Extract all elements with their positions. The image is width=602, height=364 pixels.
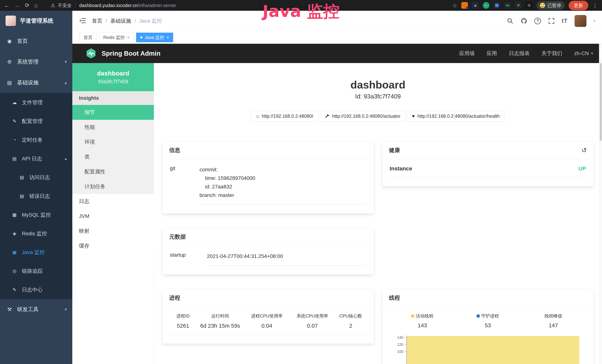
bookmark-star-icon[interactable]: ☆	[452, 2, 457, 9]
metadata-value: 2021-04-27T00:44:31.254+08:00	[207, 252, 366, 266]
sba-item-metrics[interactable]: 性能	[72, 120, 154, 135]
annotation-text: Java 监控	[263, 0, 340, 22]
doc-icon: ▤	[19, 193, 25, 199]
update-button[interactable]: 更新	[569, 1, 588, 10]
sidebar-item-api-log[interactable]: ▤ API 日志 ▴	[0, 149, 72, 168]
sidebar-item-label: Java 监控	[22, 249, 45, 256]
breadcrumb-infrastructure[interactable]: 基础设施	[110, 17, 131, 24]
home-icon[interactable]: ⌂	[34, 3, 38, 8]
app-logo[interactable]: 芋道管理系统	[0, 11, 72, 31]
y-tick-dash	[405, 351, 406, 352]
legend-swatch-blue	[477, 314, 480, 317]
sidebar-item-label: 首页	[17, 37, 28, 45]
cpu-cores: 2	[335, 323, 366, 329]
sidebar-item-redis-monitor[interactable]: ◈ Redis 监控	[0, 224, 72, 243]
actuator-url-link[interactable]: http://192.168.0.2:48080/actuator	[320, 111, 406, 122]
sidebar-item-dev-tools[interactable]: ⚒ 研发工具 ▾	[0, 299, 72, 320]
sba-main: dashboard Id: 93a3fc7f7409 ⌂ http://192.…	[154, 63, 602, 364]
avatar-caret-icon[interactable]: ▾	[593, 19, 595, 23]
sidebar-item-label: Redis 监控	[22, 230, 47, 237]
tab-label: 首页	[84, 34, 93, 40]
sba-item-configprops[interactable]: 配置属性	[72, 164, 154, 179]
sba-item-logs[interactable]: 日志	[72, 194, 154, 209]
sba-item-caches[interactable]: 缓存	[72, 238, 154, 253]
extension-icon[interactable]: ✓	[483, 2, 489, 9]
sidebar-item-java-monitor[interactable]: ▣ Java 监控	[0, 243, 72, 262]
tab-redis-monitor[interactable]: Redis 监控 ×	[99, 33, 134, 42]
browser-menu-icon[interactable]: ⋮	[592, 2, 598, 9]
sba-instance-header[interactable]: dashboard 93a3fc7f7409	[72, 63, 154, 91]
sidebar-item-error-log[interactable]: ▤ 错误日志	[0, 187, 72, 205]
sba-nav-about[interactable]: 关于我们	[542, 50, 562, 57]
close-icon[interactable]: ×	[127, 35, 129, 40]
close-icon[interactable]: ×	[166, 35, 169, 40]
service-url-link[interactable]: ⌂ http://192.168.0.2:48080/	[251, 111, 318, 122]
screen: ← → ⟳ ⌂ ⚠ 不安全 dashboard.yudao.iocoder.cn…	[0, 0, 602, 364]
sba-item-details[interactable]: 细节	[72, 105, 154, 120]
extension-icon[interactable]	[494, 2, 500, 9]
sba-group-insights[interactable]: Insights	[72, 91, 154, 105]
health-url-link[interactable]: ♥ http://192.168.0.2:48080/actuator/heal…	[407, 111, 505, 122]
sidebar-item-home[interactable]: ◉ 首页	[0, 31, 72, 52]
user-avatar[interactable]	[575, 15, 586, 27]
info-key: git	[170, 165, 200, 204]
sba-item-beans[interactable]: 类	[72, 150, 154, 164]
sba-nav-wallboard[interactable]: 应用墙	[459, 50, 475, 57]
sidebar-fold-icon[interactable]	[79, 17, 86, 25]
search-icon[interactable]	[507, 18, 514, 24]
sidebar-item-file-manage[interactable]: ☁ 文件管理	[0, 93, 72, 112]
extension-badge	[466, 7, 469, 10]
scrollbar-thumb[interactable]	[600, 63, 602, 141]
sidebar-item-tracing[interactable]: ◎ 链路追踪	[0, 262, 72, 280]
extension-icon[interactable]: on	[504, 2, 511, 9]
page-scrollbar[interactable]	[599, 44, 602, 364]
sidebar-item-access-log[interactable]: ▤ 访问日志	[0, 168, 72, 187]
check-icon: ✓	[485, 3, 487, 7]
tab-java-monitor[interactable]: Java 监控 ×	[136, 33, 173, 42]
sidebar: 芋道管理系统 ◉ 首页 ⚙ 系统管理 ▾ ▤ 基础设施 ▴	[0, 11, 72, 364]
address-bar[interactable]: ⚠ 不安全 dashboard.yudao.iocoder.cn/infra/a…	[51, 2, 176, 9]
legend-daemon: 守护进程	[455, 313, 521, 319]
fullscreen-icon[interactable]	[548, 18, 555, 24]
sidebar-item-config-manage[interactable]: ✎ 配置管理	[0, 112, 72, 130]
column-header: 进程ID	[170, 313, 196, 319]
chevron-up-icon: ▴	[65, 80, 67, 85]
extensions-puzzle-icon[interactable]	[526, 2, 532, 9]
sidebar-item-scheduled-jobs[interactable]: ◔ 定时任务	[0, 130, 72, 149]
sba-nav-journal[interactable]: 日志报表	[509, 50, 530, 57]
breadcrumb-home[interactable]: 首页	[92, 17, 102, 24]
font-size-icon[interactable]: tT	[562, 18, 568, 24]
sidebar-item-system[interactable]: ⚙ 系统管理 ▾	[0, 52, 72, 72]
redis-icon: ◈	[11, 231, 17, 236]
sba-locale-select[interactable]: zh-CN ▾	[574, 50, 593, 56]
page-url[interactable]: dashboard.yudao.iocoder.cn/infra/admin-s…	[79, 3, 176, 8]
help-icon[interactable]: ?	[534, 18, 541, 24]
forward-icon[interactable]: →	[14, 3, 20, 8]
sidebar-item-log-center[interactable]: ✎ 日志中心	[0, 280, 72, 299]
extension-icon[interactable]	[461, 2, 468, 9]
sba-item-mappings[interactable]: 映射	[72, 224, 154, 238]
health-heart-icon: ♥	[412, 114, 415, 118]
sidebar-item-infrastructure[interactable]: ▤ 基础设施 ▴	[0, 72, 72, 93]
card-header: 健康 ↺	[382, 142, 594, 159]
chart-y-axis: 140 120 100	[390, 335, 406, 364]
tab-home[interactable]: 首页	[79, 33, 97, 42]
extension-icon[interactable]: ◆	[472, 2, 479, 9]
process-card: 进程 进程ID 运行时间 进程CPU使用率 系统CPU使用率 CPU核心数	[162, 289, 374, 344]
card-body: startup 2021-04-27T00:44:31.254+08:00	[162, 246, 374, 274]
sba-item-scheduled-tasks[interactable]: 计划任务	[72, 179, 154, 194]
sba-nav-applications[interactable]: 应用	[487, 50, 497, 57]
reload-icon[interactable]: ⟳	[25, 3, 30, 8]
paused-badge[interactable]: 已暂停	[537, 1, 565, 10]
health-row[interactable]: Instance UP	[390, 165, 586, 177]
back-icon[interactable]: ←	[4, 3, 10, 8]
history-icon[interactable]: ↺	[582, 147, 587, 154]
sba-item-environment[interactable]: 环境	[72, 135, 154, 150]
sba-brand[interactable]: Spring Boot Admin	[85, 48, 161, 59]
y-tick-dash	[405, 337, 406, 338]
github-icon[interactable]	[521, 18, 527, 24]
extension-icon[interactable]: ❋	[515, 2, 522, 9]
card-header: 元数据	[162, 228, 374, 246]
sidebar-item-mysql-monitor[interactable]: ▦ MySQL 监控	[0, 205, 72, 224]
sba-item-jvm[interactable]: JVM	[72, 209, 154, 224]
